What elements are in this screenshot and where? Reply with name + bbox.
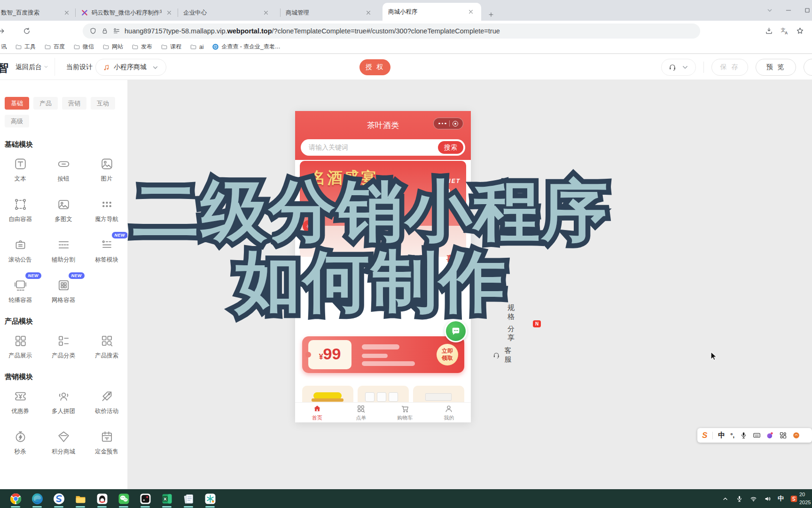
- bookmark-item[interactable]: ai: [190, 43, 203, 50]
- customer-service-bubble[interactable]: [445, 320, 467, 342]
- phone-tab-购物车[interactable]: 购物车: [383, 403, 427, 422]
- sidebar-tab-互动[interactable]: 互动: [91, 97, 115, 110]
- module-item[interactable]: 秒杀: [5, 430, 36, 456]
- chevron-up-icon[interactable]: [721, 495, 729, 503]
- module-item[interactable]: 自由容器: [5, 198, 36, 223]
- module-item[interactable]: 砍价活动: [91, 389, 122, 415]
- browser-tab[interactable]: 商城小程序: [383, 3, 481, 21]
- taskbar-app-edge[interactable]: [26, 489, 48, 508]
- module-item[interactable]: NEW标签模块: [91, 238, 122, 264]
- module-item[interactable]: 产品搜索: [91, 334, 122, 360]
- product-card[interactable]: [302, 386, 353, 402]
- target-icon[interactable]: [453, 121, 458, 127]
- module-item[interactable]: NEW网格容器: [48, 278, 79, 304]
- tab-close-icon[interactable]: [365, 9, 372, 16]
- download-icon[interactable]: [765, 26, 773, 35]
- support-button[interactable]: [661, 59, 696, 76]
- bookmark-item[interactable]: 发布: [132, 43, 152, 51]
- bookmark-item[interactable]: 百度: [44, 43, 65, 51]
- maximize-icon[interactable]: [804, 7, 811, 14]
- preview-button[interactable]: 预 览: [756, 59, 796, 76]
- coupon-banner[interactable]: ¥ 99 立即领取: [302, 336, 464, 373]
- tab-close-icon[interactable]: [262, 9, 270, 16]
- taskbar-app-qq[interactable]: [91, 489, 113, 508]
- floating-menu-item[interactable]: 规格: [508, 303, 515, 321]
- bookmark-item[interactable]: 网站: [102, 43, 123, 51]
- translate-icon[interactable]: 文A: [780, 26, 789, 35]
- mic-icon[interactable]: [740, 431, 748, 439]
- input-language-indicator[interactable]: 中: [778, 494, 784, 503]
- more-dots-icon[interactable]: [438, 123, 446, 125]
- address-bar[interactable]: huang897157type-58.mallapp.vip.webportal…: [83, 24, 700, 39]
- volume-icon[interactable]: [764, 495, 772, 503]
- sidebar-tab-高级[interactable]: 高级: [5, 115, 29, 127]
- refresh-icon[interactable]: [23, 27, 31, 35]
- taskbar-clock[interactable]: 20 2025: [799, 491, 812, 508]
- module-item[interactable]: 积分商城: [48, 430, 79, 456]
- module-item[interactable]: 产品展示: [5, 334, 36, 360]
- module-item[interactable]: 辅助分割: [48, 238, 79, 264]
- back-to-admin-button[interactable]: 返回后台: [16, 63, 49, 71]
- module-item[interactable]: 文本: [5, 157, 36, 183]
- sogou-s-icon[interactable]: S: [702, 431, 707, 440]
- keyboard-icon[interactable]: [753, 431, 761, 439]
- design-selector[interactable]: 小程序商城: [95, 59, 166, 76]
- forward-icon[interactable]: [0, 27, 6, 35]
- punctuation-icon[interactable]: °,: [730, 432, 734, 439]
- taskbar-app-notepad[interactable]: [178, 489, 199, 508]
- taskbar-app-honeyview[interactable]: [199, 489, 221, 508]
- phone-search-bar[interactable]: 请输入关键词 搜索: [301, 139, 465, 156]
- more-icon[interactable]: [792, 431, 800, 439]
- module-item[interactable]: 多图文: [48, 198, 79, 223]
- banner-image[interactable]: 名酒盛宴 VARIET D: [300, 161, 466, 226]
- browser-tab[interactable]: 码云数智_微信小程序制作平台_: [75, 5, 178, 21]
- sidebar-tab-基础[interactable]: 基础: [5, 97, 29, 110]
- skin-icon[interactable]: [766, 431, 774, 439]
- tab-close-icon[interactable]: [165, 9, 173, 16]
- search-button[interactable]: 搜索: [438, 141, 463, 154]
- sidebar-tab-营销[interactable]: 营销: [62, 97, 86, 110]
- sidebar-tab-产品[interactable]: 产品: [33, 97, 58, 110]
- module-item[interactable]: 按钮: [48, 157, 79, 183]
- toolbox-icon[interactable]: [779, 431, 787, 439]
- taskbar-app-sogou-browser[interactable]: [48, 489, 70, 508]
- bookmark-item[interactable]: 微信: [73, 43, 94, 51]
- phone-tab-点单[interactable]: 点单: [339, 403, 383, 422]
- bookmark-item[interactable]: 工具: [15, 43, 36, 51]
- module-item[interactable]: 优惠券: [5, 389, 36, 415]
- lock-icon[interactable]: [101, 27, 109, 35]
- chevron-down-icon[interactable]: [766, 7, 773, 14]
- phone-preview[interactable]: 茶叶酒类 请输入关键词 搜索 名酒盛宴 VARIET D ✳ 费 喜 新品: [295, 111, 471, 422]
- module-item[interactable]: 图片: [91, 157, 122, 183]
- url-text[interactable]: huang897157type-58.mallapp.vip.webportal…: [125, 27, 500, 35]
- star-icon[interactable]: [796, 26, 804, 35]
- bookmark-item[interactable]: 讯: [1, 43, 7, 51]
- site-settings-icon[interactable]: [113, 27, 120, 35]
- module-item[interactable]: 多人拼团: [48, 389, 79, 415]
- taskbar-app-excel[interactable]: X: [156, 489, 178, 508]
- taskbar-app-wechat[interactable]: [113, 489, 134, 508]
- taskbar-app-file-explorer[interactable]: [70, 489, 91, 508]
- module-item[interactable]: 魔方导航: [91, 198, 122, 223]
- minimize-icon[interactable]: [785, 7, 792, 14]
- authorize-button[interactable]: 授 权: [359, 59, 390, 75]
- phone-tab-我的[interactable]: 我的: [427, 403, 471, 422]
- clipped-button[interactable]: [804, 59, 812, 76]
- bookmark-item[interactable]: 企查查 - 查企业_查老…: [212, 43, 280, 51]
- wifi-icon[interactable]: [750, 495, 757, 503]
- module-item[interactable]: 滚动公告: [5, 238, 36, 264]
- floating-menu-item[interactable]: 分享N: [508, 325, 515, 342]
- browser-tab[interactable]: 商城管理: [280, 5, 383, 21]
- module-item[interactable]: 定金预售: [91, 430, 122, 456]
- save-button[interactable]: 保 存: [711, 59, 748, 76]
- tab-close-icon[interactable]: [467, 8, 475, 16]
- bookmark-item[interactable]: 课程: [161, 43, 181, 51]
- product-card[interactable]: [358, 386, 409, 402]
- tab-close-icon[interactable]: [63, 9, 70, 16]
- claim-coupon-button[interactable]: 立即领取: [437, 344, 458, 365]
- module-item[interactable]: NEW轮播容器: [5, 278, 36, 304]
- taskbar-app-jianying[interactable]: [134, 489, 156, 508]
- sogou-badge-icon[interactable]: [790, 495, 798, 503]
- taskbar-app-chrome[interactable]: [5, 489, 26, 508]
- phone-tab-首页[interactable]: 首页: [295, 403, 339, 422]
